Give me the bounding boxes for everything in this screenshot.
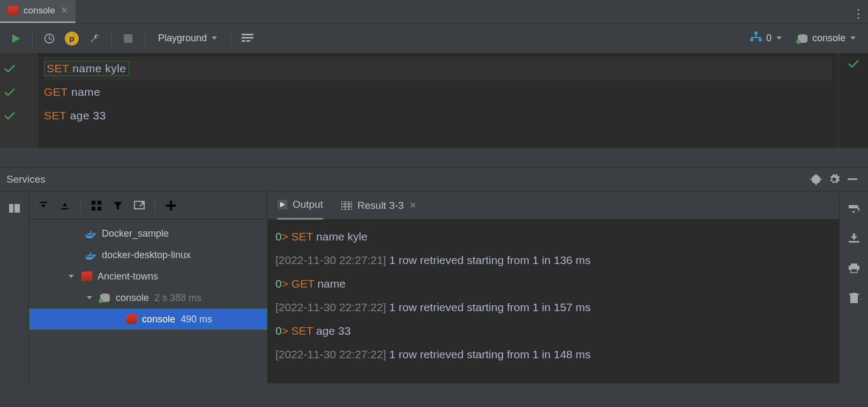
- history-icon[interactable]: [40, 29, 58, 48]
- tree-item-console-leaf[interactable]: console 490 ms: [29, 308, 267, 330]
- target-icon[interactable]: [807, 170, 825, 189]
- services-title: Services: [6, 174, 46, 185]
- add-icon[interactable]: [162, 197, 180, 215]
- session-dropdown[interactable]: console: [792, 33, 862, 44]
- tab-label: Output: [293, 199, 323, 210]
- code-area[interactable]: SET name kyle GET name SET age 33: [38, 54, 838, 148]
- check-icon: [0, 80, 37, 104]
- filter-icon[interactable]: [109, 197, 127, 215]
- code-line[interactable]: SET age 33: [44, 104, 832, 127]
- layout-icon[interactable]: [5, 199, 24, 217]
- svg-rect-49: [849, 241, 859, 243]
- panel-splitter[interactable]: [0, 148, 868, 167]
- svg-rect-54: [851, 269, 857, 273]
- collapse-all-icon[interactable]: [56, 197, 74, 215]
- run-button[interactable]: [6, 29, 25, 48]
- svg-marker-0: [12, 34, 20, 43]
- svg-rect-10: [755, 34, 757, 37]
- tree-label: console: [142, 314, 175, 325]
- transpose-icon[interactable]: [238, 29, 257, 48]
- tab-title: console: [24, 5, 55, 16]
- output-tabs: Output Result 3-3 ✕: [268, 192, 839, 220]
- tree-timing: 2 s 388 ms: [154, 292, 201, 304]
- svg-marker-40: [87, 296, 92, 299]
- code-line[interactable]: SET name kyle: [44, 57, 832, 80]
- code-editor[interactable]: SET name kyle GET name SET age 33: [0, 54, 868, 148]
- soft-wrap-icon[interactable]: [845, 199, 863, 217]
- svg-rect-12: [751, 37, 752, 39]
- tree-label: Docker_sample: [102, 228, 169, 239]
- services-header: Services: [0, 167, 868, 192]
- inspection-check-icon[interactable]: [838, 54, 868, 148]
- scroll-to-end-icon[interactable]: [845, 229, 863, 247]
- svg-marker-27: [41, 205, 46, 208]
- tab-label: Result 3-3: [357, 200, 404, 212]
- trash-icon[interactable]: [845, 289, 863, 307]
- check-icon: [0, 104, 37, 127]
- output-body[interactable]: 0> SET name kyle [2022-11-30 22:27:21] 1…: [268, 220, 839, 383]
- schema-count: 0: [766, 33, 772, 44]
- tree-timing: 490 ms: [181, 314, 212, 325]
- svg-line-36: [140, 202, 144, 206]
- redis-icon: [81, 271, 92, 282]
- chevron-down-icon: [850, 33, 856, 44]
- svg-rect-5: [242, 40, 245, 42]
- code-line[interactable]: GET name: [44, 80, 832, 104]
- close-icon[interactable]: ✕: [409, 200, 416, 210]
- tab-output[interactable]: Output: [278, 192, 323, 220]
- file-tab-console[interactable]: console ✕: [0, 0, 76, 23]
- redis-icon: [126, 314, 137, 325]
- mode-dropdown[interactable]: Playground: [153, 33, 223, 44]
- services-side-toolbar: [0, 192, 29, 383]
- tree-list: Docker_sample docker-desktop-linux Ancie…: [29, 220, 267, 383]
- close-icon[interactable]: ✕: [61, 5, 68, 16]
- svg-rect-26: [40, 202, 47, 203]
- svg-rect-25: [14, 204, 20, 213]
- group-icon[interactable]: [87, 197, 106, 215]
- svg-rect-7: [754, 32, 758, 34]
- tab-result[interactable]: Result 3-3 ✕: [341, 192, 416, 220]
- services-body: Docker_sample docker-desktop-linux Ancie…: [0, 192, 868, 383]
- minimize-icon[interactable]: [843, 170, 862, 189]
- tree-item-console-session[interactable]: console 2 s 388 ms: [29, 287, 267, 308]
- svg-rect-32: [92, 207, 95, 210]
- tree-toolbar: [29, 192, 267, 220]
- editor-toolbar: p Playground 0 console: [0, 24, 868, 54]
- svg-rect-33: [98, 207, 101, 210]
- open-tab-icon[interactable]: [130, 197, 148, 215]
- print-icon[interactable]: [845, 259, 863, 277]
- datasource-icon: [100, 293, 110, 302]
- schema-icon: [750, 32, 762, 45]
- kebab-menu-icon[interactable]: ⋮: [849, 5, 868, 23]
- output-side-toolbar: [839, 192, 868, 383]
- svg-rect-24: [9, 204, 13, 213]
- svg-rect-52: [851, 263, 857, 266]
- expand-all-icon[interactable]: [34, 197, 53, 215]
- svg-point-18: [815, 178, 817, 180]
- svg-marker-28: [63, 203, 67, 206]
- playground-badge[interactable]: p: [63, 29, 81, 48]
- chevron-down-icon: [66, 273, 76, 280]
- settings-wrench-icon[interactable]: [85, 29, 103, 48]
- svg-rect-57: [852, 293, 856, 294]
- datasource-icon: [797, 34, 808, 43]
- svg-rect-6: [246, 40, 250, 42]
- svg-rect-51: [853, 233, 855, 237]
- svg-rect-44: [341, 201, 352, 210]
- svg-marker-50: [851, 236, 857, 240]
- tree-item-docker-sample[interactable]: Docker_sample: [29, 223, 267, 244]
- svg-rect-38: [166, 205, 176, 207]
- svg-marker-14: [776, 36, 782, 40]
- tree-label: docker-desktop-linux: [102, 250, 191, 261]
- svg-marker-16: [850, 36, 856, 40]
- schema-dropdown[interactable]: 0: [745, 32, 788, 45]
- svg-marker-34: [114, 202, 122, 209]
- gear-icon[interactable]: [825, 170, 843, 189]
- tree-item-docker-desktop[interactable]: docker-desktop-linux: [29, 244, 267, 266]
- svg-rect-11: [751, 37, 761, 38]
- mode-label: Playground: [158, 33, 207, 44]
- stop-button[interactable]: [119, 29, 137, 48]
- svg-rect-23: [848, 178, 857, 180]
- svg-marker-39: [69, 275, 74, 278]
- tree-item-ancient-towns[interactable]: Ancient-towns: [29, 266, 267, 287]
